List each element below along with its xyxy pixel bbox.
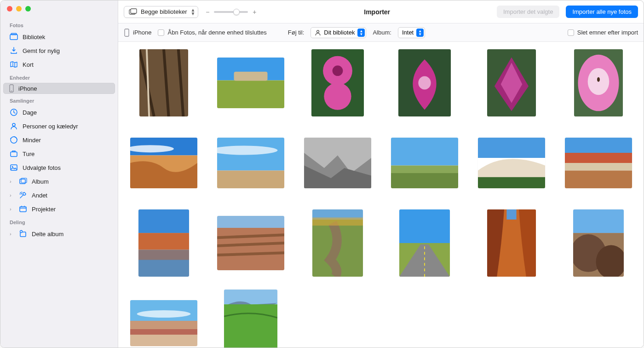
photo-thumbnail[interactable] xyxy=(390,49,459,116)
album-select[interactable]: Intet ▲▼ xyxy=(398,27,425,38)
sidebar-item-iphone[interactable]: iPhone xyxy=(3,83,115,94)
person-icon xyxy=(315,29,321,36)
svg-rect-59 xyxy=(399,209,450,243)
svg-rect-41 xyxy=(391,138,458,166)
svg-rect-12 xyxy=(20,207,26,212)
photo-thumbnail[interactable] xyxy=(390,129,459,197)
svg-point-33 xyxy=(597,77,600,82)
sidebar-item-gemt-for-nylig[interactable]: Gemt for nylig xyxy=(3,44,115,57)
delete-after-import-checkbox[interactable]: Slet emner efter import xyxy=(568,29,638,36)
photo-thumbnail[interactable] xyxy=(477,209,546,277)
album-icon xyxy=(19,177,27,186)
photo-grid-scroll[interactable] xyxy=(118,42,644,348)
svg-rect-46 xyxy=(565,138,632,153)
svg-rect-39 xyxy=(217,171,284,189)
photo-thumbnail[interactable] xyxy=(216,49,285,116)
library-selector[interactable]: Begge biblioteker ▲▼ xyxy=(124,6,198,18)
sidebar-item-projekter[interactable]: › Projekter xyxy=(3,203,115,215)
sidebar-item-label: Delte album xyxy=(32,231,63,238)
photo-thumbnail[interactable] xyxy=(216,209,285,277)
sidebar-item-bibliotek[interactable]: Bibliotek xyxy=(3,30,115,43)
svg-rect-45 xyxy=(478,177,545,188)
checkbox-icon xyxy=(568,29,574,36)
svg-rect-48 xyxy=(565,163,632,171)
svg-rect-50 xyxy=(138,209,189,233)
clock-icon xyxy=(10,108,18,116)
zoom-in-button[interactable]: + xyxy=(252,8,257,16)
sidebar-header-samlinger: Samlinger xyxy=(0,94,118,105)
photo-thumbnail[interactable] xyxy=(477,129,546,197)
minimize-window-button[interactable] xyxy=(16,6,22,12)
map-icon xyxy=(10,60,18,69)
photo-thumbnail[interactable] xyxy=(216,129,285,197)
sidebar-item-minder[interactable]: Minder xyxy=(3,133,115,146)
svg-rect-7 xyxy=(11,152,17,157)
sidebar-header-deling: Deling xyxy=(0,216,118,227)
sidebar-item-label: iPhone xyxy=(18,85,37,92)
sidebar-item-delte-album[interactable]: › Delte album xyxy=(3,227,115,240)
updown-arrows-icon: ▲▼ xyxy=(416,29,424,37)
zoom-out-button[interactable]: − xyxy=(205,8,210,16)
sidebar-item-label: Personer og kæledyr xyxy=(23,123,78,130)
photos-window: Fotos Bibliotek Gemt for nylig Kort Enhe… xyxy=(0,0,644,348)
close-window-button[interactable] xyxy=(7,6,12,12)
photo-thumbnail[interactable] xyxy=(564,49,632,116)
tools-icon xyxy=(19,191,27,199)
libraries-icon xyxy=(129,8,137,16)
photo-thumbnail[interactable] xyxy=(564,129,632,197)
sidebar-item-ture[interactable]: Ture xyxy=(3,147,115,160)
svg-rect-21 xyxy=(217,81,284,109)
sidebar-header-enheder: Enheder xyxy=(0,71,118,82)
svg-rect-42 xyxy=(391,166,458,174)
svg-rect-22 xyxy=(234,72,267,81)
chevron-right-icon: › xyxy=(10,192,15,198)
sidebar-item-kort[interactable]: Kort xyxy=(3,58,115,71)
import-options-bar: iPhone Åbn Fotos, når denne enhed tilslu… xyxy=(118,23,644,42)
sidebar: Fotos Bibliotek Gemt for nylig Kort Enhe… xyxy=(0,0,118,348)
zoom-slider-knob[interactable] xyxy=(233,9,240,15)
svg-rect-49 xyxy=(565,171,632,189)
import-selected-button[interactable]: Importer det valgte xyxy=(497,6,559,18)
window-controls xyxy=(0,4,118,19)
photo-thumbnail[interactable] xyxy=(129,49,198,116)
sidebar-item-label: Udvalgte fotos xyxy=(23,164,61,171)
import-all-new-button[interactable]: Importer alle nye fotos xyxy=(566,6,638,18)
photo-thumbnail[interactable] xyxy=(303,129,372,197)
fullscreen-window-button[interactable] xyxy=(25,6,31,12)
photo-thumbnail[interactable] xyxy=(216,290,285,348)
photo-thumbnail[interactable] xyxy=(564,209,632,277)
open-on-connect-label: Åbn Fotos, når denne enhed tilsluttes xyxy=(167,29,266,36)
updown-arrows-icon: ▲▼ xyxy=(190,8,195,16)
sidebar-item-dage[interactable]: Dage xyxy=(3,106,115,119)
svg-rect-47 xyxy=(565,153,632,163)
photo-thumbnail[interactable] xyxy=(129,209,198,277)
svg-rect-44 xyxy=(478,138,545,158)
shared-album-icon xyxy=(19,230,27,238)
phone-icon xyxy=(124,29,130,37)
svg-rect-1 xyxy=(11,34,17,35)
svg-point-14 xyxy=(20,231,23,233)
sidebar-item-album[interactable]: › Album xyxy=(3,175,115,188)
delete-after-import-label: Slet emner efter import xyxy=(577,29,638,36)
svg-rect-73 xyxy=(224,304,277,348)
photo-thumbnail[interactable] xyxy=(129,129,198,197)
sidebar-item-udvalgte[interactable]: Udvalgte fotos xyxy=(3,161,115,174)
open-on-connect-checkbox[interactable]: Åbn Fotos, når denne enhed tilsluttes xyxy=(158,29,266,36)
sidebar-item-andet[interactable]: › Andet xyxy=(3,189,115,202)
svg-rect-16 xyxy=(131,9,137,13)
photo-thumbnail[interactable] xyxy=(303,49,372,116)
svg-point-18 xyxy=(317,30,319,33)
photo-thumbnail[interactable] xyxy=(390,209,459,277)
photo-thumbnail[interactable] xyxy=(129,290,198,348)
add-to-select[interactable]: Dit bibliotek ▲▼ xyxy=(310,27,366,38)
photo-thumbnail[interactable] xyxy=(303,209,372,277)
suitcase-icon xyxy=(10,150,18,158)
photo-thumbnail[interactable] xyxy=(477,49,546,116)
svg-rect-58 xyxy=(312,218,363,226)
svg-rect-63 xyxy=(573,209,624,233)
svg-point-9 xyxy=(12,166,13,168)
svg-rect-51 xyxy=(138,233,189,249)
zoom-slider[interactable] xyxy=(214,11,248,13)
sidebar-item-personer[interactable]: Personer og kæledyr xyxy=(3,120,115,133)
toolbar-title: Importer xyxy=(264,8,490,16)
